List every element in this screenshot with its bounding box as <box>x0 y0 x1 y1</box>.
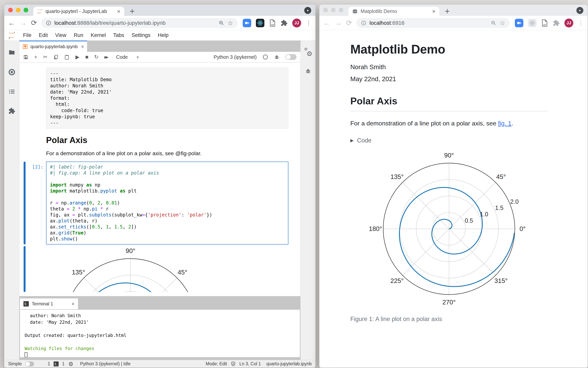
reader-extension-icon[interactable] <box>541 19 548 27</box>
new-tab-button[interactable]: + <box>445 7 450 16</box>
menu-file[interactable]: File <box>19 32 35 38</box>
zoom-window-button[interactable] <box>24 8 28 12</box>
cursor-position[interactable]: Ln 3, Col 1 <box>240 361 261 367</box>
new-tab-button[interactable]: + <box>130 7 135 16</box>
trust-shield-icon[interactable] <box>231 361 236 367</box>
cut-cells-icon[interactable]: ✂ <box>43 55 48 60</box>
close-tab-icon[interactable]: × <box>117 8 120 15</box>
reader-extension-icon[interactable] <box>269 19 276 27</box>
terminal-output[interactable]: author: Norah Smith date: 'May 22nd, 202… <box>20 310 300 357</box>
terminal-tab[interactable]: $_ Terminal 1 × <box>20 298 78 309</box>
table-of-contents-icon[interactable] <box>8 88 15 95</box>
kernel-status-text[interactable]: Python 3 (ipykernel) | Idle <box>80 361 130 367</box>
extension-manager-icon[interactable] <box>8 108 15 114</box>
profile-avatar[interactable]: JJ <box>564 18 573 28</box>
close-window-button[interactable] <box>323 8 328 12</box>
debugger-bug-icon[interactable] <box>274 54 280 60</box>
react-devtools-extension-icon[interactable] <box>528 19 537 27</box>
yaml-raw-editor[interactable]: ---title: Matplotlib Demoauthor: Norah S… <box>46 68 288 129</box>
markdown-cell[interactable]: Polar Axis For a demonstration of a line… <box>19 135 300 156</box>
puzzle-extension-icon[interactable] <box>281 19 288 27</box>
figure-link[interactable]: fig. 1 <box>498 120 511 127</box>
zoom-out-icon[interactable] <box>219 20 224 26</box>
code-fold-toggle[interactable]: ▶ Code <box>350 137 548 144</box>
notebook-scroll-area[interactable]: ---title: Matplotlib Demoauthor: Norah S… <box>19 63 300 296</box>
zoom-window-button[interactable] <box>339 8 343 12</box>
status-filename[interactable]: quarto-jupyterlab.ipynb <box>266 361 312 367</box>
code-line: import numpy as np <box>50 182 285 188</box>
svg-text:2.0: 2.0 <box>510 198 519 205</box>
address-bar[interactable]: localhost:8888/lab/tree/quarto-jupyterla… <box>41 18 238 28</box>
code-cell[interactable]: [2]: #| label: fig-polar#| fig.cap: A li… <box>19 162 300 245</box>
forward-icon[interactable]: → <box>335 19 342 27</box>
tab-search-icon[interactable]: ▼ <box>576 7 583 14</box>
cell-collapser[interactable] <box>24 162 26 245</box>
zoom-out-icon[interactable] <box>491 20 496 26</box>
menu-tabs[interactable]: Tabs <box>110 32 128 38</box>
output-cell[interactable]: 0°45°90°135°180°225°270°315°0.51.01.52.0 <box>19 246 300 292</box>
reload-icon[interactable]: ⟳ <box>346 19 352 27</box>
terminal-sessions-icon[interactable]: $_ <box>54 361 59 367</box>
zoom-extension-icon[interactable] <box>515 19 523 27</box>
add-cell-icon[interactable]: + <box>34 55 37 60</box>
site-info-icon[interactable] <box>361 20 366 26</box>
back-icon[interactable]: ← <box>323 19 330 27</box>
file-browser-icon[interactable] <box>8 49 15 56</box>
paste-cells-icon[interactable] <box>64 55 69 60</box>
browser-menu-icon[interactable]: ⋮ <box>306 19 312 26</box>
menu-view[interactable]: View <box>51 32 70 38</box>
back-icon[interactable]: ← <box>8 19 15 27</box>
menu-edit[interactable]: Edit <box>35 32 52 38</box>
menu-kernel[interactable]: Kernel <box>87 32 110 38</box>
cell-type-value: Code <box>116 54 128 60</box>
forward-icon[interactable]: → <box>19 19 27 27</box>
menu-run[interactable]: Run <box>70 32 87 38</box>
jupyter-logo <box>4 31 19 39</box>
puzzle-extension-icon[interactable] <box>553 19 560 27</box>
save-icon[interactable] <box>23 55 29 60</box>
cell-collapser[interactable] <box>24 68 26 129</box>
kernel-name[interactable]: Python 3 (ipykernel) <box>214 54 257 60</box>
menu-help[interactable]: Help <box>154 32 172 38</box>
site-info-icon[interactable] <box>46 20 51 26</box>
close-dock-tab-icon[interactable]: × <box>81 44 84 50</box>
profile-avatar[interactable]: JJ <box>292 18 301 28</box>
simple-interface-toggle[interactable] <box>285 54 297 60</box>
restart-kernel-icon[interactable]: ↻ <box>94 55 98 60</box>
simple-mode-toggle[interactable] <box>25 361 34 367</box>
document-paragraph: For a demonstration of a line plot on a … <box>350 120 548 127</box>
tab-search-icon[interactable]: ▼ <box>304 7 311 14</box>
output-collapser[interactable] <box>24 246 26 292</box>
address-bar[interactable]: localhost:6916 ☆ <box>356 18 510 28</box>
jupyter-favicon <box>37 9 43 14</box>
close-tab-icon[interactable]: × <box>432 8 435 15</box>
code-editor[interactable]: #| label: fig-polar#| fig.cap: A line pl… <box>46 162 288 245</box>
browser-tab[interactable]: quarto-jupyterl - JupyterLab × <box>33 7 124 16</box>
running-sessions-icon[interactable] <box>8 68 16 76</box>
menu-settings[interactable]: Settings <box>128 32 154 38</box>
code-fold-label: Code <box>357 137 371 144</box>
bookmark-star-icon[interactable]: ☆ <box>500 19 505 27</box>
browser-tab[interactable]: Matplotlib Demo × <box>348 7 439 16</box>
close-terminal-tab-icon[interactable]: × <box>72 301 75 307</box>
copy-cells-icon[interactable] <box>53 55 58 60</box>
debugger-sidebar-icon[interactable] <box>305 68 311 74</box>
run-cell-icon[interactable]: ▶ <box>75 55 79 60</box>
browser-menu-icon[interactable]: ⋮ <box>578 19 584 26</box>
zoom-extension-icon[interactable] <box>243 19 251 27</box>
notebook-mode[interactable]: Mode: Edit <box>206 361 227 367</box>
reload-icon[interactable]: ⟳ <box>31 19 37 27</box>
restart-run-all-icon[interactable]: ▸▸ <box>104 55 107 60</box>
react-devtools-extension-icon[interactable] <box>256 19 264 27</box>
property-inspector-icon[interactable]: ⚙ ⚙ <box>304 48 312 56</box>
minimize-window-button[interactable] <box>331 8 336 12</box>
dock-tab-title: quarto-jupyterlab.ipynb <box>30 44 78 49</box>
bookmark-star-icon[interactable]: ☆ <box>227 19 233 27</box>
notebook-dock-tab[interactable]: quarto-jupyterlab.ipynb × <box>19 41 87 52</box>
raw-cell[interactable]: ---title: Matplotlib Demoauthor: Norah S… <box>19 68 300 129</box>
cell-type-select[interactable]: Code ∨ <box>116 54 139 60</box>
interrupt-kernel-icon[interactable]: ■ <box>85 55 88 60</box>
close-window-button[interactable] <box>8 8 13 12</box>
kernel-sessions-icon[interactable] <box>68 361 74 367</box>
minimize-window-button[interactable] <box>16 8 20 12</box>
